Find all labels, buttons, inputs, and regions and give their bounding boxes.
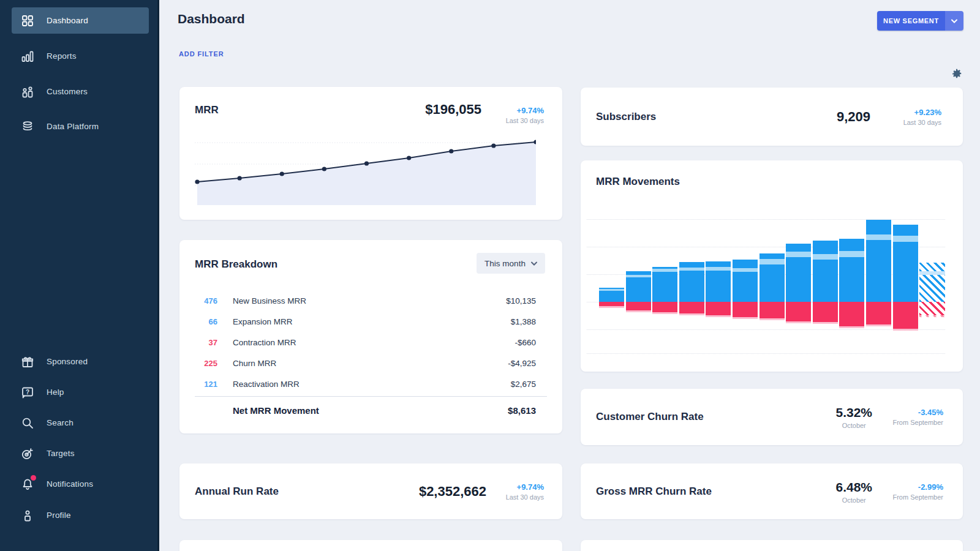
bar-gain [786,257,811,302]
mrr-breakdown-card: MRR Breakdown This month 476 New Busines… [179,240,562,433]
churn-value: 5.32% [835,405,872,420]
sidebar-item-label: Data Platform [47,122,99,131]
sidebar: Dashboard Reports Customers Data Platfor… [0,0,159,551]
mrr-change-period: Last 30 days [506,117,544,124]
mrr-card: MRR $196,055 +9.74% Last 30 days [179,87,562,220]
row-value: -$660 [514,338,536,347]
svg-text:?: ? [26,389,29,395]
sidebar-item-data-platform[interactable]: Data Platform [12,113,149,140]
table-row: 121 Reactivation MRR $2,675 [179,373,562,394]
row-count: 476 [179,296,217,305]
new-segment-button[interactable]: NEW SEGMENT [877,11,963,31]
row-label: New Business MRR [233,296,306,305]
arr-value: $2,352,662 [419,484,486,500]
add-filter-link[interactable]: ADD FILTER [179,50,224,58]
bar-expansion-band [786,252,811,257]
bar-gain [813,260,838,302]
bar-loss [866,302,891,324]
churn-value-block: 5.32% October [835,405,872,429]
bar-gain [652,272,677,302]
target-icon [20,446,35,461]
bar-loss-fade [839,326,864,328]
arr-change-block: +9.74% Last 30 days [489,482,544,501]
bar-gain [866,240,891,302]
sidebar-item-search[interactable]: Search [12,410,149,436]
bar-loss-fade [626,310,651,312]
bar-loss [706,302,731,315]
bar-loss-fade-forecast [919,315,945,317]
table-row: 66 Expansion MRR $1,388 [179,311,562,332]
sidebar-item-label: Reports [47,51,77,61]
annual-run-rate-card: Annual Run Rate $2,352,662 +9.74% Last 3… [179,463,562,519]
bar-loss-fade [733,317,758,319]
bar-loss [813,302,838,322]
card-title: Customer Churn Rate [596,411,704,423]
bar-loss [733,302,758,317]
new-segment-label[interactable]: NEW SEGMENT [877,11,945,31]
row-label: Contraction MRR [233,338,296,347]
sidebar-item-targets[interactable]: Targets [12,440,149,467]
mrr-value: $196,055 [425,102,481,118]
bar-loss [652,302,677,312]
bar-expansion-band [839,251,864,257]
sidebar-item-label: Notifications [47,479,93,489]
bar-gain [733,272,758,302]
help-bubble-icon: ? [20,385,35,400]
bar-expansion-band [760,259,785,264]
gross-churn-change-period: From September [892,493,943,501]
row-label: Churn MRR [233,359,276,368]
row-value: $2,675 [511,380,536,389]
sidebar-item-dashboard[interactable]: Dashboard [12,7,149,34]
sidebar-item-customers[interactable]: Customers [12,78,149,105]
chevron-down-icon [531,261,537,266]
sidebar-item-label: Profile [47,511,71,520]
sidebar-item-reports[interactable]: Reports [12,43,149,69]
sidebar-item-label: Dashboard [47,16,88,25]
bar-loss [839,302,864,326]
sidebar-item-notifications[interactable]: Notifications [12,471,149,497]
bar-expansion-band [893,236,918,242]
sidebar-item-profile[interactable]: Profile [12,502,149,528]
gift-icon [20,354,35,369]
range-selector-value: This month [484,259,526,268]
bar-loss-fade [813,322,838,324]
card-title: MRR Breakdown [195,258,277,271]
database-icon [20,119,35,134]
range-selector-dropdown[interactable]: This month [477,253,545,274]
customer-churn-card: Customer Churn Rate 5.32% October -3.45%… [581,389,963,445]
bar-gain [706,261,731,267]
arr-change: +9.74% [517,482,544,492]
bar-gain [839,239,864,251]
churn-value-period: October [842,422,866,429]
bar-gain [813,241,838,254]
bar-gain [706,271,731,302]
gross-churn-change: -2.99% [918,482,943,492]
bar-gain [626,277,651,302]
gross-churn-value: 6.48% [835,479,872,494]
bar-gain [893,225,918,236]
search-icon [20,416,35,430]
subscribers-value: 9,209 [837,109,870,125]
bar-gain [733,260,758,268]
gridline [587,219,945,220]
sidebar-item-help[interactable]: ? Help [12,379,149,405]
bar-loss-fade [652,312,677,314]
notification-badge [31,475,36,481]
row-count: 121 [179,380,217,389]
gridline [587,329,945,330]
bar-gain-forecast [919,263,945,271]
sidebar-item-label: Sponsored [47,357,88,366]
bar-loss-forecast [919,302,945,315]
gridline [587,353,945,354]
breakdown-rows: 476 New Business MRR $10,135 66 Expansio… [179,290,562,394]
bar-loss [626,302,651,310]
chevron-down-icon[interactable] [945,11,963,31]
divider [195,396,547,397]
row-label: Expansion MRR [233,317,293,326]
sidebar-item-label: Customers [47,87,88,96]
bar-gain [839,257,864,302]
mrr-change: +9.74% [517,106,544,115]
sidebar-item-sponsored[interactable]: Sponsored [12,348,149,375]
subscribers-change-block: +9.23% Last 30 days [886,108,941,126]
gear-icon[interactable] [951,68,963,80]
